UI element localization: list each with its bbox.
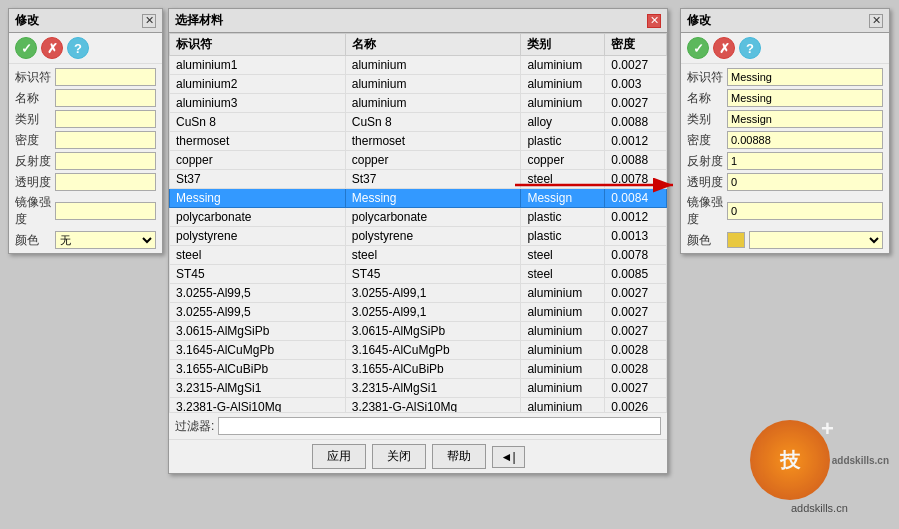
table-row[interactable]: 3.1645-AlCuMgPb3.1645-AlCuMgPbaluminium0…: [170, 341, 667, 360]
right-panel-title: 修改: [687, 12, 711, 29]
table-row[interactable]: thermosetthermosetplastic0.0012: [170, 132, 667, 151]
table-row[interactable]: 3.0255-Al99,53.0255-Al99,1aluminium0.002…: [170, 303, 667, 322]
left-field-label-7: 颜色: [15, 232, 55, 249]
table-cell: 3.1655-AlCuBiPb: [170, 360, 346, 379]
table-cell: 3.0255-Al99,1: [345, 284, 521, 303]
right-color-select[interactable]: [749, 231, 883, 249]
table-cell: 0.0027: [605, 94, 667, 113]
table-cell: 3.2381-G-AlSi10Mg: [170, 398, 346, 414]
center-close-button[interactable]: ✕: [647, 14, 661, 28]
right-field-label-7: 颜色: [687, 232, 727, 249]
table-cell: ST45: [345, 265, 521, 284]
pin-button[interactable]: ◄|: [492, 446, 525, 468]
table-row[interactable]: steelsteelsteel0.0078: [170, 246, 667, 265]
table-cell: 0.003: [605, 75, 667, 94]
left-modify-panel: 修改 ✕ ✓ ✗ ? 标识符 名称 类别 密度 反射度 透明度 镜像强度 颜色 …: [8, 8, 163, 254]
table-cell: 3.0255-Al99,5: [170, 284, 346, 303]
table-cell: copper: [345, 151, 521, 170]
left-field-label-1: 名称: [15, 90, 55, 107]
right-field-input-1[interactable]: [727, 89, 883, 107]
table-row[interactable]: CuSn 8CuSn 8alloy0.0088: [170, 113, 667, 132]
table-cell: 0.0027: [605, 303, 667, 322]
table-cell: 3.0615-AlMgSiPb: [345, 322, 521, 341]
table-row[interactable]: 3.0615-AlMgSiPb3.0615-AlMgSiPbaluminium0…: [170, 322, 667, 341]
left-cancel-button[interactable]: ✗: [41, 37, 63, 59]
table-cell: St37: [170, 170, 346, 189]
table-row[interactable]: 3.0255-Al99,53.0255-Al99,1aluminium0.002…: [170, 284, 667, 303]
left-help-button[interactable]: ?: [67, 37, 89, 59]
watermark-site-text: addskills.cn: [750, 502, 889, 514]
left-field-input-4[interactable]: [55, 152, 156, 170]
table-cell: polystyrene: [345, 227, 521, 246]
left-field-label-5: 透明度: [15, 174, 55, 191]
left-field-label-0: 标识符: [15, 69, 55, 86]
left-field-input-5[interactable]: [55, 173, 156, 191]
help-button[interactable]: 帮助: [432, 444, 486, 469]
table-row[interactable]: aluminium3aluminiumaluminium0.0027: [170, 94, 667, 113]
table-cell: 0.0026: [605, 398, 667, 414]
right-field-input-4[interactable]: [727, 152, 883, 170]
table-cell: CuSn 8: [170, 113, 346, 132]
right-help-button[interactable]: ?: [739, 37, 761, 59]
watermark-plus: +: [821, 416, 834, 442]
table-cell: 0.0085: [605, 265, 667, 284]
table-cell: 0.0027: [605, 379, 667, 398]
right-field-input-5[interactable]: [727, 173, 883, 191]
table-cell: aluminium: [521, 303, 605, 322]
table-cell: aluminium: [521, 284, 605, 303]
table-row[interactable]: ST45ST45steel0.0085: [170, 265, 667, 284]
left-field-input-6[interactable]: [55, 202, 156, 220]
table-row[interactable]: MessingMessingMessign0.0084: [170, 189, 667, 208]
table-row[interactable]: aluminium1aluminiumaluminium0.0027: [170, 56, 667, 75]
table-row[interactable]: 3.2315-AlMgSi13.2315-AlMgSi1aluminium0.0…: [170, 379, 667, 398]
left-field-input-1[interactable]: [55, 89, 156, 107]
table-cell: aluminium: [521, 56, 605, 75]
table-row[interactable]: coppercoppercopper0.0088: [170, 151, 667, 170]
table-cell: 3.2315-AlMgSi1: [345, 379, 521, 398]
table-row[interactable]: 3.2381-G-AlSi10Mg3.2381-G-AlSi10Mgalumin…: [170, 398, 667, 414]
left-titlebar: 修改 ✕: [9, 9, 162, 33]
table-row[interactable]: 3.1655-AlCuBiPb3.1655-AlCuBiPbaluminium0…: [170, 360, 667, 379]
left-close-button[interactable]: ✕: [142, 14, 156, 28]
left-field-input-2[interactable]: [55, 110, 156, 128]
left-confirm-button[interactable]: ✓: [15, 37, 37, 59]
material-table-container[interactable]: 标识符 名称 类别 密度 aluminium1aluminiumaluminiu…: [169, 33, 667, 413]
right-cancel-button[interactable]: ✗: [713, 37, 735, 59]
table-cell: aluminium: [521, 398, 605, 414]
right-field-input-0[interactable]: [727, 68, 883, 86]
watermark: 技 + addskills.cn addskills.cn: [750, 420, 889, 514]
table-cell: steel: [345, 246, 521, 265]
table-header-row: 标识符 名称 类别 密度: [170, 34, 667, 56]
right-field-input-3[interactable]: [727, 131, 883, 149]
table-cell: 3.1645-AlCuMgPb: [345, 341, 521, 360]
table-cell: polystyrene: [170, 227, 346, 246]
right-field-input-2[interactable]: [727, 110, 883, 128]
right-field-label-2: 类别: [687, 111, 727, 128]
right-confirm-button[interactable]: ✓: [687, 37, 709, 59]
table-cell: plastic: [521, 132, 605, 151]
right-field-label-3: 密度: [687, 132, 727, 149]
left-field-input-0[interactable]: [55, 68, 156, 86]
table-row[interactable]: St37St37steel0.0078: [170, 170, 667, 189]
filter-input[interactable]: [218, 417, 661, 435]
right-field-input-6[interactable]: [727, 202, 883, 220]
table-row[interactable]: polystyrenepolystyreneplastic0.0013: [170, 227, 667, 246]
table-cell: aluminium: [521, 75, 605, 94]
left-color-select[interactable]: 无: [55, 231, 156, 249]
right-close-button[interactable]: ✕: [869, 14, 883, 28]
table-row[interactable]: aluminium2aluminiumaluminium0.003: [170, 75, 667, 94]
left-form: 标识符 名称 类别 密度 反射度 透明度 镜像强度 颜色 无: [9, 64, 162, 253]
table-cell: 0.0078: [605, 170, 667, 189]
apply-button[interactable]: 应用: [312, 444, 366, 469]
left-field-input-3[interactable]: [55, 131, 156, 149]
table-cell: 3.2381-G-AlSi10Mg: [345, 398, 521, 414]
right-field-label-5: 透明度: [687, 174, 727, 191]
table-cell: 3.0255-Al99,5: [170, 303, 346, 322]
table-cell: 3.2315-AlMgSi1: [170, 379, 346, 398]
right-toolbar: ✓ ✗ ?: [681, 33, 889, 64]
table-row[interactable]: polycarbonatepolycarbonateplastic0.0012: [170, 208, 667, 227]
watermark-icon: 技: [780, 447, 800, 474]
table-cell: 0.0027: [605, 322, 667, 341]
close-button[interactable]: 关闭: [372, 444, 426, 469]
table-cell: Messing: [170, 189, 346, 208]
